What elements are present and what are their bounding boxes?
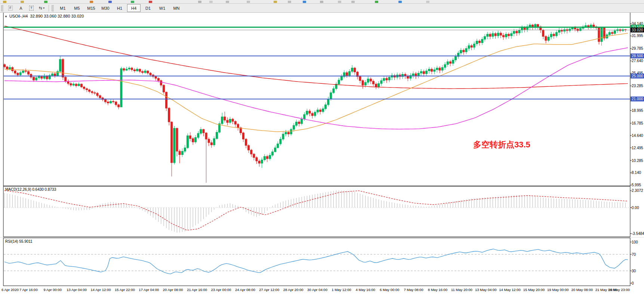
date-axis: 6 Apr 20207 Apr 16:009 Apr 00:0013 Apr 0… <box>1 288 630 292</box>
toolbar-icon-fragment[interactable] <box>351 1 355 3</box>
pane-border-1 <box>3 186 630 237</box>
toolbar-grip[interactable] <box>1 5 3 11</box>
timeframe-button-MN[interactable]: MN <box>170 4 183 12</box>
toolbar-icon-fragment[interactable] <box>226 1 229 3</box>
toolbar-icon-fragment[interactable] <box>209 1 213 3</box>
date-label: 20 May 08:00 <box>571 288 593 292</box>
chart-canvas[interactable]: 34.14031.99529.78527.64025.49523.28518.9… <box>0 0 644 294</box>
toolbar-icon-fragment[interactable] <box>131 1 134 3</box>
date-label: 24 May 23:00 <box>608 288 630 292</box>
rsi-tick: 100 <box>632 240 638 244</box>
timeframe-button-W1[interactable]: W1 <box>155 4 169 12</box>
toolbar-icon-fragment[interactable] <box>198 1 201 3</box>
cycle-lines-tool-icon[interactable]: ⇆▼ <box>37 4 46 12</box>
date-label: 9 Apr 00:00 <box>43 288 62 292</box>
macd-name: MACD(12,26,9) <box>5 187 31 192</box>
macd-tick: -3.5484 <box>632 232 644 236</box>
ohlc-values: 32.890 33.060 32.880 33.020 <box>30 14 84 18</box>
timeframe-button-M15[interactable]: M15 <box>84 4 98 12</box>
symbol-period-label: USOil-,H4 <box>9 14 28 18</box>
date-label: 23 Apr 00:00 <box>211 288 231 292</box>
toolbar-icon-fragment[interactable] <box>149 1 152 3</box>
date-label: 4 May 16:00 <box>356 288 375 292</box>
timeframe-button-H1[interactable]: H1 <box>113 4 126 12</box>
date-label: 7 Apr 16:00 <box>19 288 38 292</box>
date-label: 27 Apr 12:00 <box>259 288 279 292</box>
mt4-window: FAT⇆▼ M1M5M15M30H1H4D1W1MN ▼USOil-,H4 32… <box>0 0 644 294</box>
crosshair-tool-icon[interactable]: F <box>6 4 15 12</box>
tool-icons-group: FAT⇆▼ <box>5 4 47 12</box>
rsi-value: 55.9011 <box>19 239 32 244</box>
toolbar-icon-fragment[interactable] <box>338 1 341 3</box>
date-label: 6 May 00:00 <box>380 288 399 292</box>
chart-text-annotation[interactable]: 多空转折点33.5 <box>473 139 530 150</box>
toolbar-icon-fragment[interactable] <box>108 1 112 3</box>
macd-histogram <box>4 190 625 233</box>
macd-tick: 2.3072 <box>632 189 643 193</box>
price-tick: 27.640 <box>632 59 643 63</box>
price-tick: 8.140 <box>632 171 641 175</box>
pane-border-2 <box>3 238 630 286</box>
toolbar-icon-fragment[interactable] <box>398 1 402 3</box>
toolbar-icon-fragment[interactable] <box>288 1 291 3</box>
text-a-tool-icon[interactable]: A <box>16 4 25 12</box>
date-label: 15 May 20:00 <box>523 288 545 292</box>
ma-red-line <box>4 26 628 89</box>
date-label: 14 May 12:00 <box>499 288 521 292</box>
toolbar-icon-fragment[interactable] <box>3 1 6 3</box>
timeframe-button-M1[interactable]: M1 <box>56 4 70 12</box>
price-tick: 12.495 <box>632 146 643 150</box>
pane-splitter[interactable] <box>0 237 644 238</box>
date-label: 6 Apr 2020 <box>1 288 19 292</box>
toolbar-icon-fragment[interactable] <box>44 1 47 3</box>
macd-tick: 0.00 <box>632 206 639 210</box>
timeframe-button-M30[interactable]: M30 <box>99 4 112 12</box>
date-label: 8 May 16:00 <box>428 288 447 292</box>
toolbar-grip-2[interactable] <box>52 5 54 11</box>
date-label: 17 Apr 04:00 <box>139 288 159 292</box>
date-label: 1 May 12:00 <box>332 288 351 292</box>
price-badge-text: 33.020 <box>632 28 643 32</box>
date-label: 30 Apr 04:00 <box>307 288 327 292</box>
clipped-standard-toolbar <box>0 0 644 4</box>
rsi-tick: 30 <box>632 269 636 273</box>
date-label: 11 May 20:00 <box>451 288 472 292</box>
toolbar-icon-fragment[interactable] <box>274 1 277 3</box>
macd-indicator-label: MACD(12,26,9) 0.6430 0.8733 <box>5 187 56 192</box>
macd-values: 0.6430 0.8733 <box>32 187 56 192</box>
price-tick: 16.785 <box>632 121 643 125</box>
date-label: 28 Apr 20:00 <box>283 288 303 292</box>
toolbar-icon-fragment[interactable] <box>426 1 429 3</box>
toolbar-icon-fragment[interactable] <box>21 1 24 3</box>
timeframe-button-D1[interactable]: D1 <box>141 4 155 12</box>
toolbar-icon-fragment[interactable] <box>247 1 250 3</box>
date-label: 14 Apr 12:00 <box>91 288 111 292</box>
date-label: 20 Apr 08:00 <box>163 288 183 292</box>
price-tick: 29.785 <box>632 46 643 50</box>
price-tick: 5.995 <box>632 183 641 187</box>
toolbar-separator <box>49 5 49 12</box>
timeframe-button-M5[interactable]: M5 <box>70 4 84 12</box>
toolbar-icon-fragment[interactable] <box>320 1 323 3</box>
rsi-name: RSI(14) <box>5 239 18 244</box>
rsi-line <box>4 249 628 274</box>
rsi-tick: 0 <box>632 281 634 285</box>
toolbar-icon-fragment[interactable] <box>375 1 378 3</box>
date-label: 7 May 08:00 <box>404 288 423 292</box>
price-tick: 14.640 <box>632 134 643 138</box>
text-label-tool-icon[interactable]: T <box>27 4 36 12</box>
price-badge-text: 25.000 <box>632 74 643 78</box>
toolbar-icon-fragment[interactable] <box>303 1 306 3</box>
date-label: 15 Apr 22:00 <box>115 288 135 292</box>
toolbar-icon-fragment[interactable] <box>90 1 93 3</box>
macd-signal-line <box>4 191 628 230</box>
date-label: 13 May 04:00 <box>475 288 497 292</box>
rsi-indicator-label: RSI(14) 55.9011 <box>5 239 33 244</box>
timeframe-button-H4[interactable]: H4 <box>127 4 141 12</box>
price-badge-text: 28.500 <box>632 54 643 58</box>
collapse-triangle-icon[interactable]: ▼ <box>4 15 7 18</box>
rsi-tick: 70 <box>632 252 636 257</box>
date-label: 13 Apr 04:00 <box>67 288 87 292</box>
date-label: 24 Apr 08:00 <box>235 288 255 292</box>
line-studies-toolbar: FAT⇆▼ M1M5M15M30H1H4D1W1MN <box>0 4 644 13</box>
